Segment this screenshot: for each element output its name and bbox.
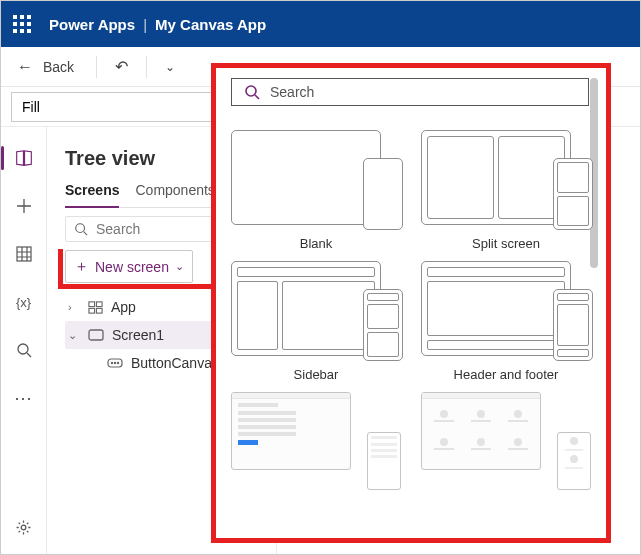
insert-icon[interactable]: [15, 197, 33, 215]
svg-point-12: [117, 362, 118, 363]
app-name: Power Apps: [49, 16, 135, 33]
app-icon: [88, 300, 103, 315]
svg-rect-6: [89, 308, 95, 313]
settings-icon[interactable]: [15, 518, 33, 536]
svg-rect-7: [96, 308, 102, 313]
variables-icon[interactable]: {x}: [15, 293, 33, 311]
svg-point-2: [21, 525, 26, 530]
new-screen-label: New screen: [95, 259, 169, 275]
title-bar: Power Apps | My Canvas App: [1, 1, 640, 47]
search-icon[interactable]: [15, 341, 33, 359]
svg-rect-8: [89, 330, 103, 340]
tab-screens[interactable]: Screens: [65, 182, 119, 208]
tab-components[interactable]: Components: [135, 182, 214, 207]
back-button[interactable]: Back: [43, 59, 74, 75]
tree-label: App: [111, 299, 136, 315]
tree-search-placeholder: Search: [96, 221, 140, 237]
layout-tile-headerfooter[interactable]: Header and footer: [421, 261, 591, 382]
left-rail: {x} ⋯: [1, 127, 47, 554]
svg-point-11: [114, 362, 115, 363]
separator: [146, 56, 147, 78]
back-arrow-icon[interactable]: ←: [17, 58, 33, 76]
more-icon[interactable]: ⋯: [15, 389, 33, 407]
svg-point-10: [111, 362, 112, 363]
more-chevron-icon[interactable]: ⌄: [159, 60, 181, 74]
tree-view-icon[interactable]: [15, 149, 33, 167]
layout-label: Sidebar: [294, 367, 339, 382]
app-root: Power Apps | My Canvas App ← Back ↶ ⌄ {: [0, 0, 641, 555]
svg-rect-4: [89, 301, 95, 306]
layout-label: Blank: [300, 236, 333, 251]
layout-label: Header and footer: [454, 367, 559, 382]
chevron-right-icon: ›: [68, 301, 80, 313]
gallery-grid: Blank Split screen: [231, 130, 598, 490]
layout-label: Split screen: [472, 236, 540, 251]
button-icon: [107, 358, 123, 368]
svg-point-13: [246, 86, 256, 96]
undo-icon[interactable]: ↶: [109, 57, 134, 76]
layout-tile-template-a[interactable]: [231, 392, 401, 490]
tree-label: Screen1: [112, 327, 164, 343]
plus-icon: ＋: [74, 257, 89, 276]
gallery-search[interactable]: Search: [231, 78, 589, 106]
separator: [96, 56, 97, 78]
svg-point-1: [18, 344, 28, 354]
new-screen-gallery: Search Blank: [211, 63, 611, 543]
svg-point-3: [76, 224, 85, 233]
screen-icon: [88, 329, 104, 341]
app-file-name: My Canvas App: [155, 16, 266, 33]
gallery-search-placeholder: Search: [270, 84, 314, 100]
layout-tile-sidebar[interactable]: Sidebar: [231, 261, 401, 382]
layout-tile-template-b[interactable]: [421, 392, 591, 490]
svg-rect-5: [96, 301, 102, 306]
svg-rect-0: [17, 247, 31, 261]
chevron-down-icon: ⌄: [175, 260, 184, 273]
title-divider: |: [143, 16, 147, 33]
layout-tile-blank[interactable]: Blank: [231, 130, 401, 251]
rail-selection-indicator: [1, 146, 4, 170]
chevron-down-icon: ⌄: [68, 329, 80, 342]
new-screen-button[interactable]: ＋ New screen ⌄: [65, 250, 193, 283]
data-icon[interactable]: [15, 245, 33, 263]
waffle-icon[interactable]: [13, 15, 31, 33]
layout-tile-split[interactable]: Split screen: [421, 130, 591, 251]
